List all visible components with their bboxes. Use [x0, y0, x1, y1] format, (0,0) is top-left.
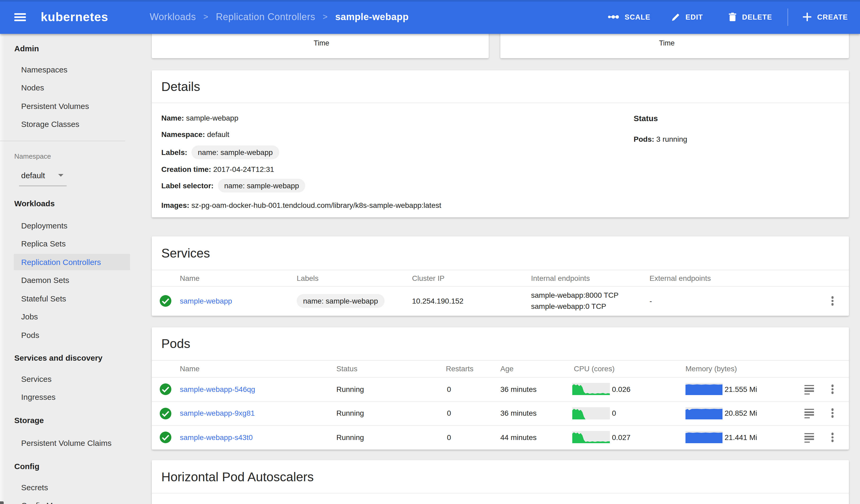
sidebar-item-config-maps[interactable]: Config Maps — [21, 500, 66, 504]
service-endpoint-1: sample-webapp:8000 TCP — [531, 290, 619, 300]
header-actions-divider — [788, 9, 788, 26]
pod-memory-value: 21.555 Mi — [725, 384, 757, 394]
pods-col-memory: Memory (bytes) — [686, 363, 737, 374]
sidebar-section-discovery: Services and discovery — [14, 353, 103, 363]
pods-col-name: Name — [180, 363, 200, 374]
pod-status: Running — [336, 408, 364, 418]
pod-restarts: 0 — [447, 408, 451, 418]
pods-card: Pods Name Status Restarts Age CPU (cores… — [152, 327, 849, 449]
sidebar-divider — [0, 141, 125, 141]
scale-button[interactable]: SCALE — [608, 0, 650, 34]
pod-status: Running — [336, 384, 364, 394]
create-button[interactable]: CREATE — [803, 0, 848, 34]
services-col-internal-endpoints: Internal endpoints — [531, 273, 590, 284]
pod-cpu-value: 0 — [612, 408, 616, 418]
breadcrumb-workloads[interactable]: Workloads — [150, 11, 196, 23]
breadcrumb-replication-controllers[interactable]: Replication Controllers — [216, 11, 315, 23]
namespace-select-underline — [19, 186, 67, 186]
status-title: Status — [634, 113, 658, 124]
pod-name-link[interactable]: sample-webapp-s43t0 — [180, 432, 253, 443]
pod-name-link[interactable]: sample-webapp-546qg — [180, 384, 255, 394]
sidebar-item-replication-controllers[interactable]: Replication Controllers — [21, 257, 101, 267]
namespace-label: Namespace — [14, 151, 51, 162]
pod-ok-icon — [160, 408, 171, 419]
app-logo: kubernetes — [41, 0, 108, 34]
sidebar-section-storage: Storage — [14, 415, 44, 426]
kubernetes-dashboard: Time Time Details Name:sample-webapp Nam… — [0, 0, 860, 504]
pod-memory-bar — [686, 383, 722, 395]
pod-logs-icon[interactable] — [804, 385, 814, 393]
service-cluster-ip: 10.254.190.152 — [412, 296, 463, 306]
pod-menu-icon[interactable] — [828, 432, 837, 443]
label-chip: name: sample-webapp — [191, 145, 279, 159]
pod-ok-icon — [160, 432, 171, 443]
pod-cpu-sparkline — [572, 383, 610, 395]
pod-menu-icon[interactable] — [828, 407, 837, 419]
pod-status: Running — [336, 432, 364, 443]
sidebar-item-replica-sets[interactable]: Replica Sets — [21, 239, 66, 249]
sidebar-scroll-nub — [0, 501, 4, 504]
breadcrumb-current: sample-webapp — [335, 11, 408, 23]
sidebar-item-stateful-sets[interactable]: Stateful Sets — [21, 293, 66, 304]
sidebar-item-persistent-volume-claims[interactable]: Persistent Volume Claims — [21, 438, 112, 448]
sidebar-item-storage-classes[interactable]: Storage Classes — [21, 119, 79, 130]
breadcrumb-separator-icon: > — [322, 12, 328, 22]
sidebar-item-persistent-volumes[interactable]: Persistent Volumes — [21, 101, 89, 111]
cpu-chart-time-axis-label: Time — [314, 38, 329, 49]
services-col-labels: Labels — [297, 273, 319, 284]
label-selector-chip: name: sample-webapp — [218, 179, 305, 192]
sidebar-item-daemon-sets[interactable]: Daemon Sets — [21, 275, 69, 286]
sidebar-item-nodes[interactable]: Nodes — [21, 83, 44, 93]
service-name-link[interactable]: sample-webapp — [180, 296, 232, 306]
pod-menu-icon[interactable] — [828, 384, 837, 395]
services-col-name: Name — [180, 273, 200, 284]
details-title: Details — [161, 79, 200, 94]
pod-age: 36 minutes — [500, 384, 536, 394]
pod-logs-icon[interactable] — [804, 433, 814, 442]
sidebar-section-config: Config — [14, 461, 39, 472]
sidebar-item-secrets[interactable]: Secrets — [21, 482, 48, 493]
sidebar-item-services[interactable]: Services — [21, 374, 52, 385]
pod-cpu-sparkline — [572, 407, 610, 419]
detail-label-selector: Label selector:name: sample-webapp — [161, 179, 305, 192]
sidebar-item-ingresses[interactable]: Ingresses — [21, 392, 56, 403]
services-col-external-endpoints: External endpoints — [649, 273, 711, 284]
namespace-dropdown-icon[interactable] — [58, 174, 63, 177]
pod-logs-icon[interactable] — [804, 409, 814, 417]
pod-age: 44 minutes — [500, 432, 536, 443]
menu-icon[interactable] — [14, 13, 26, 21]
sidebar-item-namespaces[interactable]: Namespaces — [21, 64, 68, 75]
service-endpoint-2: sample-webapp:0 TCP — [531, 301, 606, 312]
pod-age: 36 minutes — [500, 408, 536, 418]
pod-memory-bar — [686, 431, 722, 443]
breadcrumb: Workloads > Replication Controllers > sa… — [150, 0, 408, 34]
pods-col-age: Age — [500, 363, 514, 374]
service-labels-chip: name: sample-webapp — [297, 294, 384, 308]
status-pods: Pods:3 running — [634, 134, 687, 144]
pod-restarts: 0 — [447, 384, 451, 394]
plus-icon — [803, 13, 811, 21]
detail-labels: Labels:name: sample-webapp — [161, 145, 279, 159]
sidebar-section-admin: Admin — [14, 43, 39, 54]
pods-title: Pods — [161, 336, 190, 351]
sidebar-item-jobs[interactable]: Jobs — [21, 312, 38, 322]
sidebar-item-pods[interactable]: Pods — [21, 330, 39, 340]
edit-icon — [672, 13, 680, 21]
pods-col-cpu: CPU (cores) — [574, 363, 615, 374]
pod-cpu-sparkline — [572, 431, 610, 443]
hpa-title: Horizontal Pod Autoscalers — [161, 470, 314, 485]
sidebar-item-deployments[interactable]: Deployments — [21, 220, 68, 231]
detail-namespace: Namespace:default — [161, 129, 229, 139]
pod-ok-icon — [160, 384, 171, 395]
pod-name-link[interactable]: sample-webapp-9xg81 — [180, 408, 255, 418]
memory-chart-time-axis-label: Time — [659, 38, 675, 49]
service-menu-icon[interactable] — [828, 295, 837, 307]
details-card: Details Name:sample-webapp Namespace:def… — [152, 70, 849, 217]
pod-memory-value: 21.441 Mi — [725, 432, 757, 443]
sidebar: Admin Namespaces Nodes Persistent Volume… — [0, 34, 132, 504]
edit-button[interactable]: EDIT — [672, 0, 703, 34]
namespace-select[interactable]: default — [21, 170, 45, 181]
pod-cpu-value: 0.027 — [612, 432, 630, 443]
delete-button[interactable]: DELETE — [729, 0, 772, 34]
service-external-endpoint: - — [649, 296, 652, 306]
